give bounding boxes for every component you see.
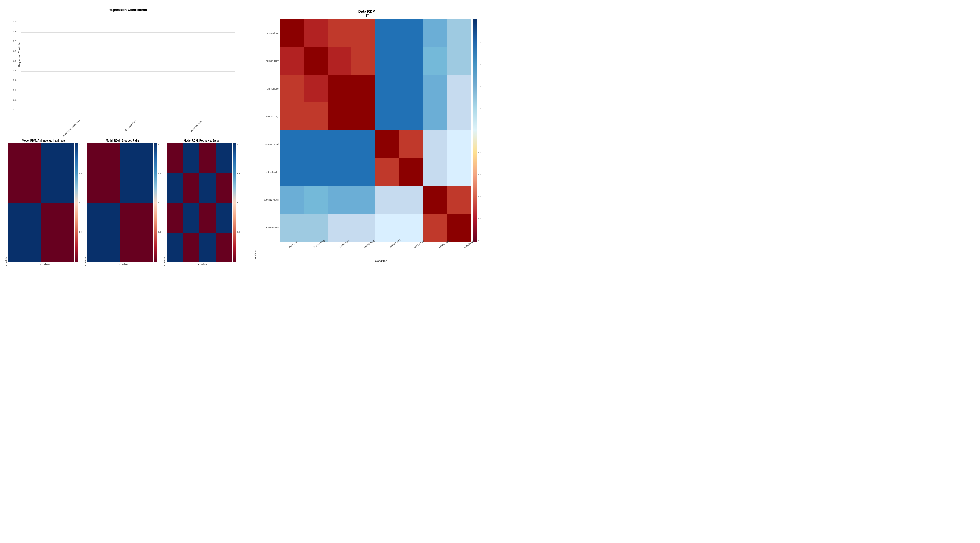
cell-hb-ns [399,47,423,75]
cell [58,203,74,232]
heatmap-grouped-title: Model RDM: Grouped Pairs [106,139,139,142]
heatmap-round-content: 2 1.5 1 0.5 0 Condition [167,143,240,266]
cell [8,173,25,202]
cell-nr-nr [375,131,399,158]
bar-label-animate: Animate vs. Inanimate [62,119,80,137]
heatmap-animate-body: Condition [5,143,82,266]
cell-ns-ar [423,158,447,186]
cell [25,232,41,262]
cell [25,173,41,202]
row-label-as: artificial spiky [258,226,279,229]
large-heatmap-main-row: human face human body animal face animal… [258,19,482,242]
cell-nr-af [328,131,352,158]
large-colorbar-gradient [473,19,477,242]
cell-nr-ar [423,131,447,158]
x-labels-flex: human face human body animal face animal… [281,243,482,258]
heatmap-animate-grid [8,143,74,262]
bar-label-grouped: Grouped Pairs [124,119,137,132]
cell-hb-hf [280,47,304,75]
large-heatmap-title: Data RDM: IT [358,9,377,18]
heatmap-round: Model RDM: Round vs. Spiky Condition [164,139,240,266]
cell-hf-hf [280,19,304,47]
heatmap-grouped-content: 2 1.5 1 0.5 0 Condition [88,143,161,266]
cell [88,203,104,232]
heatmap-round-title: Model RDM: Round vs. Spiky [184,139,219,142]
heatmap-round-xlabel: Condition [167,262,240,266]
cell [137,203,153,232]
heatmap-animate-xlabel: Condition [8,262,82,266]
cell [58,143,74,173]
colorbar-sm1: 2 1.5 1 0.5 0 [75,143,82,262]
cell-as-hf [280,214,304,242]
cell [58,173,74,202]
heatmap-round-body: Condition [164,143,240,266]
cell [183,232,199,262]
cell-af-nr [375,75,399,103]
cell [137,232,153,262]
cell-ar-ab [352,186,375,214]
colorbar-sm3: 2 1.5 1 0.5 0 [233,143,240,262]
cell-hb-af [328,47,352,75]
cell-hf-as [447,19,471,47]
cell-hb-nr [375,47,399,75]
cell-nr-hb [304,131,328,158]
cell-af-ns [399,75,423,103]
cell [167,232,183,262]
cell-nr-hf [280,131,304,158]
cell [8,143,25,173]
cell [88,173,104,202]
cell [104,173,121,202]
cell [120,173,137,202]
cell [199,143,216,173]
cell-ab-nr [375,102,399,131]
cell-af-hf [280,75,304,103]
row-label-ab: animal body [258,115,279,118]
cell-ns-ab [352,158,375,186]
row-label-hf: human face [258,32,279,34]
cell-nr-as [447,131,471,158]
cell [216,232,232,262]
cell [41,173,58,202]
row-labels: human face human body animal face animal… [258,19,280,242]
large-heatmap-body: Condition human face human body animal f… [254,19,482,263]
cell-ab-ns [399,102,423,131]
cell [183,203,199,232]
cell-ar-hb [304,186,328,214]
cell [8,203,25,232]
colorbar-gradient-sm3 [233,143,236,262]
large-colorbar: 2 1.8 1.6 1.4 1.2 1 0.8 0.6 0.4 0.2 0 [473,19,482,242]
heatmap-grouped-body: Condition [84,143,161,266]
cell-nr-ab [352,131,375,158]
cell-hf-ns [399,19,423,47]
cell [104,143,121,173]
colorbar-labels-sm2: 2 1.5 1 0.5 0 [158,143,161,262]
cell [41,232,58,262]
cell-hb-ar [423,47,447,75]
row-label-ns: natural spiky [258,171,279,173]
cell-ab-hf [280,102,304,131]
cell [167,203,183,232]
cell [216,143,232,173]
cell [104,203,121,232]
cell-af-ab [352,75,375,103]
cell [58,232,74,262]
cell [88,143,104,173]
heatmap-grouped-grid [88,143,153,262]
large-heatmap-grid [280,19,471,242]
bars-area: Animate vs. Inanimate Grouped Pairs Roun… [21,13,235,111]
cell [137,143,153,173]
row-label-nr: natural round [258,143,279,146]
colorbar-gradient-sm1 [75,143,78,262]
row-label-hb: human body [258,59,279,62]
cell-ns-af [328,158,352,186]
bar-chart-inner: 1 0.9 0.8 0.7 0.6 0.5 0.4 0.3 0.2 0.1 0 [21,13,235,111]
cell-hb-ab [352,47,375,75]
cell-hb-hb [304,47,328,75]
cell-ar-af [328,186,352,214]
cell-ab-as [447,102,471,131]
cell-ab-hb [304,102,328,131]
cell-ab-ab [352,102,375,131]
cell-ns-hf [280,158,304,186]
heatmap-round-grid [167,143,232,262]
cell [167,173,183,202]
